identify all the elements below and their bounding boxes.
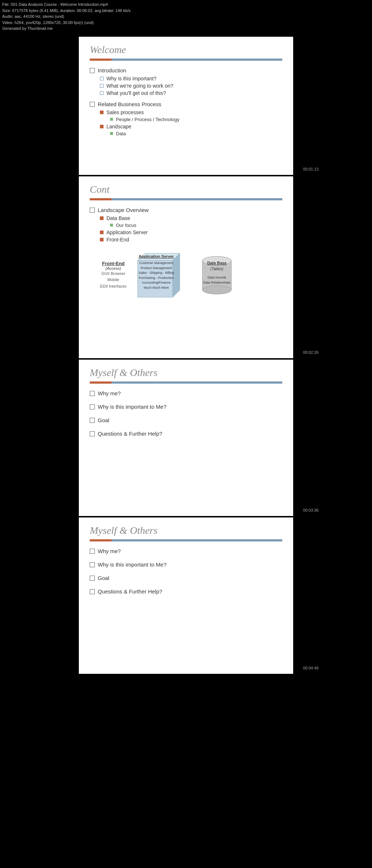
- diagram-area: Front-End (Access) GUI/ Browser Mobile E…: [97, 250, 282, 301]
- slide-myself-1: Myself & Others Why me? Why is this impo…: [79, 360, 293, 516]
- timestamp-2: 00:02:26: [303, 350, 319, 355]
- bullet-why-important-1: Why is this important to Me?: [90, 404, 282, 410]
- bullet-why-important: Why is this important?: [100, 76, 282, 81]
- bullet-app-server-text: Application Server: [106, 229, 148, 235]
- bullet-landscape-overview: Landscape Overview: [90, 207, 282, 213]
- file-info: File: 001 Data Analysis Course - Welcome…: [0, 0, 372, 33]
- svg-point-5: [202, 285, 231, 294]
- file-line2: Size: 6717578 bytes (6.41 MiB), duration…: [2, 8, 370, 14]
- bullet-questions-2-text: Questions & Further Help?: [98, 588, 162, 595]
- bullet-sq-icon-db: [100, 216, 104, 220]
- slide-myself-2-title: Myself & Others: [90, 525, 282, 536]
- slide-cont-divider: [90, 198, 282, 200]
- bullet-goal-1: Goal: [90, 417, 282, 423]
- file-line1: File: 001 Data Analysis Course - Welcome…: [2, 1, 370, 8]
- bullet-frontend: Front-End: [100, 237, 282, 243]
- bullet-sq-icon-fe: [100, 238, 104, 241]
- timestamp-4: 00:04:49: [303, 666, 319, 670]
- file-line3: Audio: aac, 44100 Hz, stereo (und): [2, 13, 370, 20]
- bullet-database-text: Data Base: [106, 215, 130, 221]
- app-line2: Product Management: [136, 266, 176, 271]
- bullet-sq-icon-as: [100, 231, 104, 234]
- bullet-sq2-icon-focus: [110, 224, 113, 227]
- bullet-l1-icon-rbp: [90, 102, 95, 107]
- frontend-box: Front-End (Access) GUI/ Browser Mobile E…: [97, 261, 130, 290]
- bullet-landscape: Landscape: [100, 124, 282, 129]
- frontend-line2: Mobile: [97, 277, 130, 283]
- bullet-questions-1: Questions & Further Help?: [90, 431, 282, 437]
- frontend-line3: EDI/ Interfaces: [97, 283, 130, 290]
- bullet-why-me-2-text: Why me?: [98, 548, 121, 554]
- bullet-why-important-2-text: Why is this important to Me?: [98, 561, 166, 568]
- db-sub: (Tables): [199, 266, 235, 272]
- bullet-goal-2: Goal: [90, 575, 282, 581]
- bullet-l1-icon-wi2: [90, 562, 95, 567]
- bullet-why-important-2: Why is this important to Me?: [90, 561, 282, 568]
- bullet-people-process-text: People / Process / Technology: [116, 117, 179, 122]
- bullet-l2-icon-3: [100, 91, 104, 95]
- bullet-sq2-icon: [110, 118, 113, 121]
- bullet-why-important-1-text: Why is this important to Me?: [98, 404, 166, 410]
- bullet-sales-processes-text: Sales processes: [106, 109, 144, 115]
- bullet-sales-processes: Sales processes: [100, 109, 282, 115]
- bullet-data-text: Data: [116, 131, 126, 136]
- bullet-l1-icon-q1: [90, 431, 95, 436]
- app-line4: Purchasing - Production: [136, 276, 176, 281]
- bullet-introduction-text: Introduction: [98, 67, 126, 73]
- bullet-sq-icon: [100, 111, 104, 114]
- file-line5: Generated by Thumbnail.me: [2, 25, 370, 32]
- bullet-work-on-text: What we're going to work on?: [106, 83, 173, 89]
- bullet-l1-icon-wm2: [90, 549, 95, 554]
- slide-welcome: Welcome Introduction Why is this importa…: [79, 37, 293, 175]
- bullet-goal-2-text: Goal: [98, 575, 109, 581]
- db-title: Data Base: [199, 260, 235, 267]
- bullet-why-important-text: Why is this important?: [106, 76, 157, 81]
- bullet-related-business-text: Related Business Process: [98, 101, 161, 107]
- bullet-l1-icon-q2: [90, 589, 95, 594]
- slide-myself-1-divider: [90, 381, 282, 384]
- bullet-l2-icon: [100, 77, 104, 80]
- slide-welcome-title: Welcome: [90, 44, 282, 56]
- bullet-related-business: Related Business Process: [90, 101, 282, 107]
- app-line3: Sales - Shipping - Billing: [136, 271, 176, 276]
- bullet-l1-icon: [90, 68, 95, 73]
- cube-text: Application Server Customer Management P…: [136, 253, 176, 291]
- bullet-landscape-overview-text: Landscape Overview: [98, 207, 149, 213]
- bullet-data: Data: [110, 131, 282, 136]
- frontend-lines: GUI/ Browser Mobile EDI/ Interfaces: [97, 271, 130, 290]
- db-text: Data Base (Tables) Data records Data Rel…: [199, 260, 235, 285]
- bullet-goal-1-text: Goal: [98, 417, 109, 423]
- app-line5: Accounting/Finance: [136, 280, 176, 285]
- db-cylinder: Data Base (Tables) Data records Data Rel…: [199, 253, 235, 297]
- bullet-get-out-text: What you'll get out of this?: [106, 90, 166, 96]
- slide-cont-title: Cont: [90, 184, 282, 195]
- timestamp-1: 00:01:13: [303, 167, 319, 171]
- bullet-sq2-icon-2: [110, 132, 113, 135]
- app-line1: Customer Management: [136, 261, 176, 266]
- bullet-people-process: People / Process / Technology: [110, 117, 282, 122]
- slide-myself-1-title: Myself & Others: [90, 367, 282, 379]
- bullet-app-server: Application Server: [100, 229, 282, 235]
- bullet-why-me-1: Why me?: [90, 390, 282, 396]
- cube-title: Application Server: [136, 253, 176, 260]
- slide-myself-2-divider: [90, 539, 282, 541]
- slide-myself-2: Myself & Others Why me? Why is this impo…: [79, 517, 293, 674]
- bullet-why-me-2: Why me?: [90, 548, 282, 554]
- bullet-our-focus-text: Our focus: [116, 223, 136, 228]
- slide-welcome-divider: [90, 59, 282, 61]
- bullet-work-on: What we're going to work on?: [100, 83, 282, 89]
- bullet-l1-icon-wi1: [90, 404, 95, 409]
- bullet-why-me-1-text: Why me?: [98, 390, 121, 396]
- frontend-line1: GUI/ Browser: [97, 271, 130, 277]
- bullet-frontend-text: Front-End: [106, 237, 129, 243]
- bullet-introduction: Introduction: [90, 67, 282, 73]
- bullet-database: Data Base: [100, 215, 282, 221]
- bullet-l1-icon-wm1: [90, 391, 95, 396]
- bullet-sq-icon-2: [100, 125, 104, 128]
- bullet-l1-icon-g1: [90, 418, 95, 423]
- file-line4: Video: h264, yuv420p, 1280x720, 30.00 fp…: [2, 20, 370, 26]
- frontend-label: Front-End: [97, 261, 130, 266]
- timestamp-3: 00:03:36: [303, 508, 319, 512]
- db-line2: Data Relationships: [199, 280, 235, 285]
- slide-container: Welcome Introduction Why is this importa…: [0, 33, 372, 679]
